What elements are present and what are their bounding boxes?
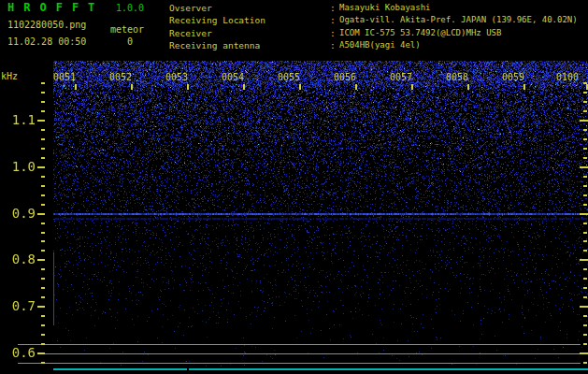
hrofft-window: HROFFT 1.0.0 1102280050.png meteor 11.02…: [0, 0, 588, 374]
freq-tick-minor-right: [583, 362, 587, 364]
info-row: Receiving antenna:A504HB(yagi 4el): [169, 39, 588, 51]
time-tick-label: 0051: [53, 72, 76, 82]
time-tick-label: 0100: [556, 72, 579, 82]
time-tick-mark: [75, 84, 77, 90]
time-tick-label: 0054: [222, 72, 244, 82]
freq-tick-minor-right: [583, 343, 587, 345]
reference-line-upper: [18, 344, 581, 345]
freq-tick-minor-right: [583, 324, 587, 326]
info-value: A504HB(yagi 4el): [339, 39, 421, 51]
time-tick-mark: [187, 84, 189, 90]
time-tick-mark: [299, 84, 301, 90]
freq-tick-minor-right: [583, 268, 587, 270]
freq-tick-minor-left: [41, 92, 45, 94]
plot-left-border-line: [53, 252, 54, 325]
freq-tick-minor-right: [583, 194, 587, 196]
info-value: Ogata-vill. Akita-Pref. JAPAN (139.96E, …: [339, 14, 578, 26]
info-row: Receiving Location:Ogata-vill. Akita-Pre…: [169, 14, 588, 26]
freq-tick-minor-right: [583, 278, 587, 280]
freq-tick-major-right: [580, 352, 588, 354]
info-colon: :: [330, 2, 339, 14]
freq-tick-minor-right: [583, 204, 587, 206]
freq-tick-major-left: [37, 259, 45, 261]
freq-tick-label: 0.9: [0, 207, 36, 220]
freq-tick-minor-left: [41, 250, 45, 252]
freq-tick-minor-right: [583, 223, 587, 224]
signal-level-line-gap: [187, 368, 189, 370]
freq-tick-minor-right: [583, 129, 587, 131]
freq-tick-minor-left: [41, 315, 45, 317]
reference-line-middle: [45, 353, 581, 354]
freq-tick-minor-right: [583, 138, 587, 140]
info-label: Receiving Location: [169, 14, 330, 26]
mode-label: meteor: [110, 24, 144, 35]
info-label: Ovserver: [169, 2, 330, 14]
output-filename: 1102280050.png: [7, 20, 86, 30]
spectrogram-canvas: [53, 61, 588, 367]
freq-tick-minor-right: [583, 148, 587, 150]
freq-tick-minor-right: [583, 250, 587, 252]
info-row: Receiver:ICOM IC-575 53.7492(@LCD)MHz US…: [169, 27, 588, 39]
info-colon: :: [330, 39, 339, 51]
freq-tick-minor-right: [583, 110, 587, 112]
time-tick-mark: [243, 84, 245, 90]
freq-tick-label: 0.6: [0, 346, 36, 359]
freq-tick-minor-left: [41, 287, 45, 289]
freq-tick-minor-right: [583, 334, 587, 336]
freq-tick-minor-left: [41, 194, 45, 196]
freq-tick-minor-left: [41, 268, 45, 270]
time-tick-mark: [411, 84, 413, 90]
app-version: 1.0.0: [116, 3, 144, 13]
info-label: Receiver: [169, 27, 330, 39]
time-tick-label: 0058: [446, 72, 468, 82]
freq-tick-major-right: [580, 120, 588, 122]
freq-tick-minor-left: [41, 101, 45, 103]
freq-tick-minor-left: [41, 82, 45, 84]
time-tick-label: 0056: [334, 72, 356, 82]
time-tick-label: 0057: [390, 72, 412, 82]
freq-tick-minor-left: [41, 296, 45, 298]
freq-tick-major-right: [580, 213, 588, 215]
info-value: ICOM IC-575 53.7492(@LCD)MHz USB: [339, 27, 501, 39]
freq-tick-minor-left: [41, 240, 45, 242]
freq-tick-minor-left: [41, 148, 45, 150]
freq-tick-minor-right: [583, 315, 587, 317]
datetime-label: 11.02.28 00:50: [7, 36, 86, 47]
freq-tick-minor-left: [41, 324, 45, 326]
freq-tick-major-left: [37, 213, 45, 215]
freq-tick-minor-left: [41, 129, 45, 131]
info-label: Receiving antenna: [169, 39, 330, 51]
freq-tick-minor-left: [41, 204, 45, 206]
frequency-axis-unit: kHz: [1, 71, 18, 81]
time-tick-label: 0059: [502, 72, 524, 82]
time-tick-label: 0052: [109, 72, 132, 82]
freq-tick-minor-left: [41, 185, 45, 187]
freq-tick-minor-left: [41, 110, 45, 112]
signal-level-line: [53, 368, 588, 370]
freq-tick-minor-left: [41, 343, 45, 345]
time-tick-mark: [467, 84, 469, 90]
freq-tick-minor-right: [583, 176, 587, 178]
freq-tick-minor-left: [41, 362, 45, 364]
freq-tick-minor-right: [583, 232, 587, 234]
freq-tick-minor-left: [41, 278, 45, 280]
freq-tick-minor-left: [41, 176, 45, 178]
station-info-block: Ovserver:Masayuki KobayashiReceiving Loc…: [169, 2, 588, 52]
freq-tick-major-right: [580, 306, 588, 308]
freq-tick-label: 0.8: [0, 252, 36, 266]
freq-tick-minor-right: [583, 240, 587, 242]
freq-tick-major-left: [37, 166, 45, 168]
freq-tick-label: 0.7: [0, 299, 36, 312]
echo-count: 0: [127, 36, 133, 47]
freq-tick-minor-left: [41, 138, 45, 140]
time-tick-label: 0053: [165, 72, 188, 82]
time-tick-mark: [355, 84, 357, 90]
time-tick-mark: [523, 84, 525, 90]
info-row: Ovserver:Masayuki Kobayashi: [169, 2, 588, 14]
freq-tick-minor-right: [583, 92, 587, 94]
freq-tick-minor-left: [41, 334, 45, 336]
info-colon: :: [330, 27, 339, 39]
freq-tick-minor-left: [41, 157, 45, 159]
time-tick-mark: [131, 84, 133, 90]
freq-tick-minor-left: [41, 232, 45, 234]
